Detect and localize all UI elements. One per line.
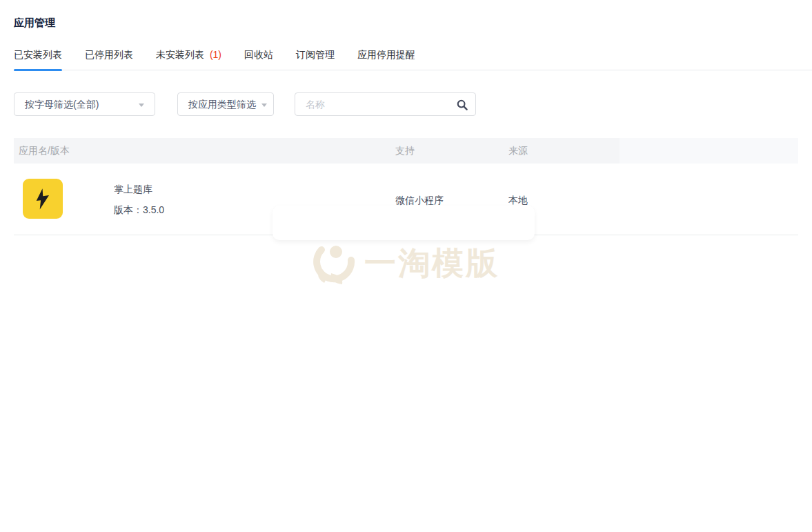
app-version: 版本：3.5.0 [114,204,164,217]
app-management-page: 应用管理 已安装列表 已停用列表 未安装列表 (1) 回收站 订阅管理 应用停用… [0,0,812,532]
filter-toolbar: 按字母筛选(全部) 按应用类型筛选 [0,92,812,116]
table-header: 应用名/版本 支持 来源 [14,138,798,164]
tab-label: 已安装列表 [14,49,62,60]
watermark: 一淘模版 [312,242,499,286]
column-header-app-name-version: 应用名/版本 [19,138,70,164]
tab-subscription-management[interactable]: 订阅管理 [296,43,335,70]
tab-disabled-list[interactable]: 已停用列表 [85,43,133,70]
app-type-filter-dropdown[interactable]: 按应用类型筛选 [177,92,274,116]
app-icon [23,179,63,219]
caret-down-icon [139,104,144,107]
tab-label: 应用停用提醒 [357,49,415,60]
name-search-box [295,92,476,116]
person-leaf-logo-icon [312,242,356,286]
name-search-input[interactable] [295,93,454,115]
tab-label: 订阅管理 [296,49,335,60]
tab-recycle-bin[interactable]: 回收站 [244,43,273,70]
magnifier-icon[interactable] [457,99,468,110]
popover-card-edge [273,206,535,240]
tab-bar: 已安装列表 已停用列表 未安装列表 (1) 回收站 订阅管理 应用停用提醒 [14,43,812,70]
table-header-light-section [620,138,798,164]
tab-label: 回收站 [244,49,273,60]
tab-app-disable-reminder[interactable]: 应用停用提醒 [357,43,415,70]
tab-label: 未安装列表 [156,49,204,60]
page-title: 应用管理 [14,17,55,30]
caret-down-icon [261,104,267,107]
column-header-support: 支持 [395,138,415,164]
watermark-text: 一淘模版 [364,242,499,285]
tab-label: 已停用列表 [85,49,133,60]
tab-installed-list[interactable]: 已安装列表 [14,43,62,70]
tab-uninstalled-list[interactable]: 未安装列表 (1) [156,43,221,70]
active-tab-indicator [14,69,62,71]
uninstalled-count-badge: (1) [210,49,221,60]
app-type-filter-value: 按应用类型筛选 [188,99,256,110]
app-name: 掌上题库 [114,184,152,196]
lightning-bolt-icon [30,186,55,211]
column-header-source: 来源 [508,138,528,164]
letter-filter-dropdown[interactable]: 按字母筛选(全部) [14,92,155,116]
letter-filter-value: 按字母筛选(全部) [25,99,99,110]
